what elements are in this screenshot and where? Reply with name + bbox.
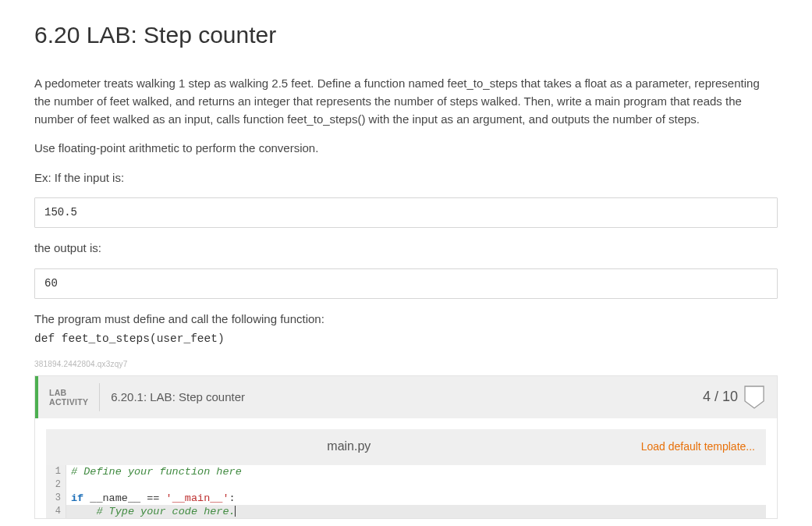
code-line-3: if __name__ == '__main__': — [66, 492, 236, 505]
lab-header: LAB ACTIVITY 6.20.1: LAB: Step counter 4… — [35, 376, 777, 418]
page-title: 6.20 LAB: Step counter — [34, 17, 778, 54]
lab-title: 6.20.1: LAB: Step counter — [100, 388, 703, 406]
gutter-line-number: 3 — [46, 492, 66, 505]
code-line-2 — [66, 478, 71, 492]
lab-badge-line2: ACTIVITY — [49, 397, 88, 407]
load-default-template-link[interactable]: Load default template... — [641, 439, 755, 456]
lab-body: main.py Load default template... 1 # Def… — [35, 418, 777, 518]
activity-id: 381894.2442804.qx3zqy7 — [34, 358, 778, 371]
gutter-line-number: 2 — [46, 478, 66, 492]
float-note: Use floating-point arithmetic to perform… — [34, 139, 778, 157]
lab-score: 4 / 10 — [703, 386, 738, 408]
lab-badge: LAB ACTIVITY — [38, 383, 100, 411]
file-name: main.py — [57, 437, 641, 457]
must-define-label: The program must define and call the fol… — [34, 310, 778, 328]
function-definition: def feet_to_steps(user_feet) — [34, 330, 778, 347]
gutter-line-number: 1 — [46, 465, 66, 478]
gutter-line-number: 4 — [46, 505, 66, 518]
intro-paragraph: A pedometer treats walking 1 step as wal… — [34, 74, 778, 129]
input-example-block: 150.5 — [34, 197, 778, 229]
shield-icon — [744, 386, 764, 409]
file-bar: main.py Load default template... — [46, 429, 766, 465]
lab-badge-line1: LAB — [49, 388, 88, 397]
text-cursor — [235, 506, 236, 517]
lab-activity-card: LAB ACTIVITY 6.20.1: LAB: Step counter 4… — [34, 375, 778, 519]
example-if-label: Ex: If the input is: — [34, 169, 778, 187]
code-editor[interactable]: 1 # Define your function here 2 3 if __n… — [46, 465, 766, 518]
code-line-1: # Define your function here — [66, 465, 242, 478]
output-example-block: 60 — [34, 268, 778, 300]
code-line-4: # Type your code here. — [66, 505, 236, 518]
output-is-label: the output is: — [34, 239, 778, 257]
